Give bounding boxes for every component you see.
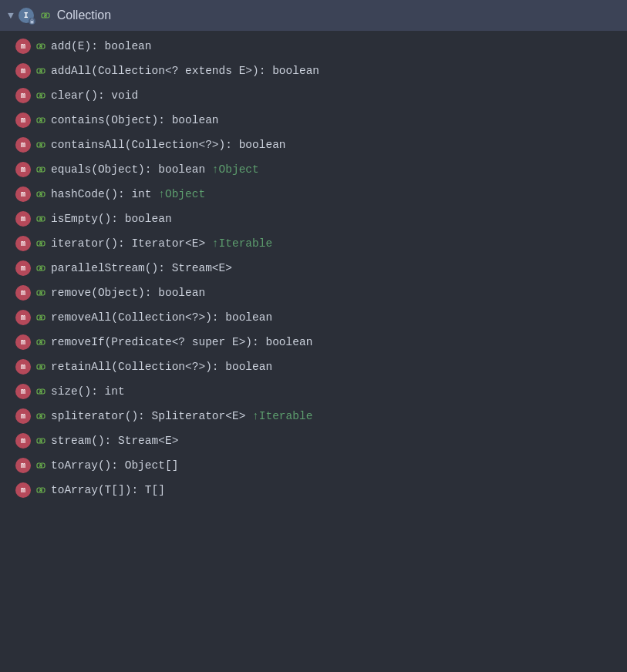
list-item[interactable]: m containsAll(Collection<?>): boolean [0,133,627,157]
method-link-icon [35,238,46,249]
method-link-icon [35,115,46,126]
list-item[interactable]: m size(): int [0,379,627,404]
method-badge: m [15,359,31,375]
method-text: addAll(Collection<? extends E>): boolean [51,65,319,77]
list-item[interactable]: m isEmpty(): boolean [0,207,627,231]
method-badge: m [15,88,31,103]
list-item[interactable]: m equals(Object): boolean ↑Object [0,157,627,182]
method-link-icon [35,213,46,224]
list-item[interactable]: m add(E): boolean [0,34,627,59]
method-badge: m [15,433,31,449]
method-text: removeIf(Predicate<? super E>): boolean [51,336,312,348]
list-item[interactable]: m removeAll(Collection<?>): boolean [0,305,627,330]
method-link-icon [35,386,46,397]
method-text: removeAll(Collection<?>): boolean [51,311,272,324]
method-link-icon [35,189,46,200]
list-item[interactable]: m removeIf(Predicate<? super E>): boolea… [0,330,627,354]
inherited-label: ↑Object [212,163,259,176]
panel-container: ▼ I Collection m add(E): booleanm [0,0,627,506]
method-link-icon [35,361,46,372]
method-link-icon [35,312,46,323]
method-badge: m [15,458,31,473]
list-item[interactable]: m clear(): void [0,83,627,108]
method-badge: m [15,285,31,301]
list-item[interactable]: m retainAll(Collection<?>): boolean [0,354,627,379]
method-link-icon [35,411,46,422]
list-item[interactable]: m contains(Object): boolean [0,108,627,133]
lock-badge [29,18,35,25]
list-item[interactable]: m remove(Object): boolean [0,281,627,305]
method-badge: m [15,310,31,325]
list-item[interactable]: m spliterator(): Spliterator<E> ↑Iterabl… [0,404,627,428]
method-text: stream(): Stream<E> [51,435,178,447]
list-item[interactable]: m hashCode(): int ↑Object [0,182,627,207]
method-link-icon [35,66,46,76]
method-link-icon [35,485,46,496]
method-badge: m [15,408,31,424]
inherited-label: ↑Iterable [212,237,272,250]
method-badge: m [15,137,31,153]
method-text: iterator(): Iterator<E> ↑Iterable [51,237,272,250]
method-badge: m [15,63,31,79]
header-title: Collection [57,8,111,22]
method-link-icon [35,287,46,298]
list-item[interactable]: m parallelStream(): Stream<E> [0,256,627,281]
method-text: isEmpty(): boolean [51,213,172,225]
method-link-icon [35,460,46,471]
panel-header: ▼ I Collection [0,0,627,31]
method-link-icon [35,435,46,446]
method-badge: m [15,260,31,276]
method-badge: m [15,186,31,202]
link-icon [39,8,52,22]
method-text: equals(Object): boolean ↑Object [51,163,259,176]
method-text: containsAll(Collection<?>): boolean [51,139,286,151]
method-text: contains(Object): boolean [51,114,219,126]
list-item[interactable]: m stream(): Stream<E> [0,428,627,453]
method-link-icon [35,337,46,348]
method-badge: m [15,334,31,350]
inherited-label: ↑Iterable [252,410,312,422]
method-text: toArray(T[]): T[] [51,484,165,496]
list-item[interactable]: m toArray(T[]): T[] [0,478,627,502]
method-link-icon [35,41,46,52]
method-list: m add(E): booleanm addAll(Collection<? e… [0,31,627,506]
method-text: remove(Object): boolean [51,287,205,299]
interface-icon: I [19,8,34,23]
collapse-arrow[interactable]: ▼ [8,10,14,22]
method-text: spliterator(): Spliterator<E> ↑Iterable [51,410,312,422]
method-text: parallelStream(): Stream<E> [51,262,232,274]
method-link-icon [35,90,46,101]
method-text: toArray(): Object[] [51,459,178,472]
method-link-icon [35,263,46,274]
method-text: add(E): boolean [51,40,152,52]
method-badge: m [15,236,31,251]
list-item[interactable]: m addAll(Collection<? extends E>): boole… [0,59,627,83]
method-badge: m [15,482,31,498]
method-badge: m [15,39,31,54]
method-text: retainAll(Collection<?>): boolean [51,361,272,373]
list-item[interactable]: m iterator(): Iterator<E> ↑Iterable [0,231,627,256]
method-badge: m [15,384,31,399]
method-link-icon [35,139,46,150]
method-badge: m [15,211,31,227]
method-link-icon [35,164,46,175]
inherited-label: ↑Object [158,188,205,200]
list-item[interactable]: m toArray(): Object[] [0,453,627,478]
method-badge: m [15,113,31,128]
method-text: hashCode(): int ↑Object [51,188,205,200]
method-text: size(): int [51,385,125,398]
method-badge: m [15,162,31,177]
method-text: clear(): void [51,89,138,102]
svg-rect-0 [30,21,33,24]
